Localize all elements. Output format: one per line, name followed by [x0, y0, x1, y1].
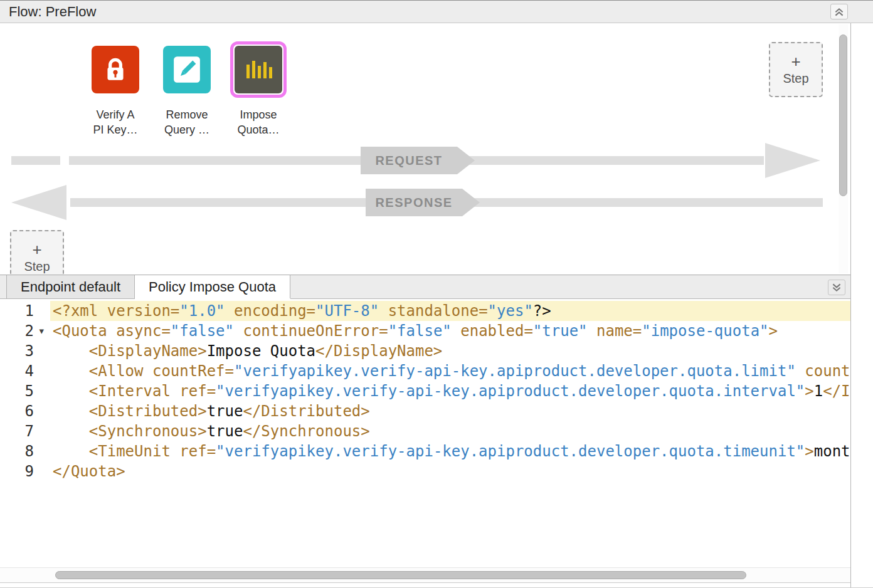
- scrollbar-thumb[interactable]: [55, 571, 746, 579]
- code-token: "UTF-8": [315, 302, 379, 320]
- code-token: ?>: [533, 302, 551, 320]
- code-token: </DisplayName>: [315, 342, 442, 360]
- line-number: 1: [0, 301, 50, 321]
- impose-quota-tile: [235, 46, 282, 93]
- code-row: 7 <Synchronous>true</Synchronous>: [0, 421, 850, 441]
- code-row: 4 <Allow countRef="verifyapikey.verify-a…: [0, 361, 850, 381]
- code-row: 5 <Interval ref="verifyapikey.verify-api…: [0, 381, 850, 401]
- code-token: "yes": [488, 302, 533, 320]
- add-step-button-top[interactable]: + Step: [769, 42, 823, 97]
- code-token: [53, 402, 89, 420]
- code-line[interactable]: <TimeUnit ref="verifyapikey.verify-api-k…: [50, 441, 850, 461]
- plus-icon: +: [791, 53, 800, 70]
- code-token: <Interval ref=: [89, 382, 216, 400]
- add-step-button-bottom[interactable]: + Step: [10, 230, 64, 275]
- code-token: </I: [823, 382, 850, 400]
- code-token: [53, 342, 89, 360]
- code-token: <Quota async=: [53, 322, 171, 340]
- code-row: 6 <Distributed>true</Distributed>: [0, 401, 850, 421]
- policy-label-line1: Verify A: [96, 108, 134, 121]
- code-token: standalone=: [379, 302, 487, 320]
- line-number: 6: [0, 401, 50, 421]
- code-token: "false": [171, 322, 234, 340]
- editor-tab-bar: Endpoint default Policy Impose Quota: [0, 275, 850, 299]
- code-token: count: [796, 362, 850, 380]
- policy-label: Verify A PI Key…: [93, 107, 137, 137]
- code-token: "1.0": [179, 302, 225, 320]
- code-line[interactable]: <Synchronous>true</Synchronous>: [50, 421, 850, 441]
- code-line[interactable]: <Quota async="false" continueOnError="fa…: [50, 321, 850, 341]
- panel-border: [850, 1, 851, 587]
- flow-canvas: Verify A PI Key…: [0, 23, 850, 275]
- code-token: "false": [388, 322, 452, 340]
- editor-horizontal-scrollbar[interactable]: [0, 567, 850, 582]
- code-row: 3 <DisplayName>Impose Quota</DisplayName…: [0, 341, 850, 361]
- code-line[interactable]: <Distributed>true</Distributed>: [50, 401, 850, 421]
- response-arrow-label: RESPONSE: [366, 189, 480, 216]
- policy-remove-query[interactable]: Remove Query …: [156, 41, 218, 137]
- policy-icon-area: [92, 41, 139, 98]
- line-number: 8: [0, 441, 50, 461]
- editor-collapse-button[interactable]: [828, 280, 845, 295]
- code-token: </Distributed>: [243, 402, 369, 420]
- chevron-double-down-icon: [831, 282, 842, 293]
- code-line[interactable]: <Allow countRef="verifyapikey.verify-api…: [50, 361, 850, 381]
- lock-icon: [101, 55, 130, 84]
- code-token: [53, 443, 89, 460]
- code-token: encoding=: [225, 302, 316, 320]
- code-token: </Synchronous>: [243, 423, 369, 440]
- code-token: <TimeUnit ref=: [89, 443, 216, 460]
- code-line[interactable]: </Quota>: [50, 461, 850, 481]
- add-step-label: Step: [783, 70, 808, 87]
- code-token: "verifyapikey.verify-api-key.apiproduct.…: [216, 443, 805, 460]
- line-number: 5: [0, 381, 50, 401]
- policy-label-line1: Remove: [166, 108, 208, 121]
- fold-arrow-icon[interactable]: ▾: [39, 321, 44, 341]
- editor-panel: 1<?xml version="1.0" encoding="UTF-8" st…: [0, 299, 850, 583]
- code-row: 1<?xml version="1.0" encoding="UTF-8" st…: [0, 301, 850, 321]
- code-editor[interactable]: 1<?xml version="1.0" encoding="UTF-8" st…: [0, 299, 850, 567]
- policy-icon-area: [230, 41, 287, 98]
- proxy-editor-window: Flow: PreFlow: [0, 0, 873, 588]
- remove-query-tile: [163, 46, 211, 93]
- tab-policy-impose-quota[interactable]: Policy Impose Quota: [135, 275, 290, 298]
- code-token: "impose-quota": [642, 322, 768, 340]
- policy-label-line2: PI Key…: [93, 123, 137, 136]
- tab-label: Endpoint default: [21, 279, 120, 295]
- code-token: true: [207, 423, 243, 440]
- flow-vertical-scrollbar[interactable]: [839, 24, 848, 273]
- code-token: Impose Quota: [207, 342, 315, 360]
- tab-endpoint-default[interactable]: Endpoint default: [6, 275, 135, 298]
- code-token: <?xml version=: [53, 302, 179, 320]
- scrollbar-thumb[interactable]: [839, 34, 847, 196]
- code-token: [53, 423, 89, 440]
- line-number: 9: [0, 461, 50, 481]
- flow-title: Flow: PreFlow: [9, 4, 96, 20]
- policy-verify-api-key[interactable]: Verify A PI Key…: [84, 41, 147, 137]
- code-line[interactable]: <DisplayName>Impose Quota</DisplayName>: [50, 341, 850, 361]
- line-number: 7: [0, 421, 50, 441]
- response-arrowhead-icon: [11, 185, 66, 220]
- code-line[interactable]: <?xml version="1.0" encoding="UTF-8" sta…: [50, 301, 850, 321]
- policy-label-line2: Quota…: [237, 123, 279, 136]
- code-token: [53, 382, 89, 400]
- policy-row: Verify A PI Key…: [84, 41, 290, 137]
- flow-collapse-button[interactable]: [830, 4, 848, 19]
- line-number: 3: [0, 341, 50, 361]
- code-token: >: [805, 443, 813, 460]
- policy-label-line2: Query …: [164, 123, 209, 136]
- code-token: >: [805, 382, 813, 400]
- policy-impose-quota[interactable]: Impose Quota…: [227, 41, 290, 137]
- selected-policy-frame: [230, 41, 287, 98]
- plus-icon: +: [32, 241, 41, 258]
- policy-label: Remove Query …: [164, 107, 209, 137]
- line-number: 2▾: [0, 321, 50, 341]
- code-row: 9</Quota>: [0, 461, 850, 481]
- policy-label-line1: Impose: [240, 108, 277, 121]
- code-token: <Distributed>: [89, 402, 207, 420]
- code-line[interactable]: <Interval ref="verifyapikey.verify-api-k…: [50, 381, 850, 401]
- chevron-double-up-icon: [833, 6, 845, 18]
- request-flow-line-start: [11, 156, 60, 165]
- code-token: mont: [814, 443, 850, 460]
- policy-label: Impose Quota…: [237, 107, 279, 137]
